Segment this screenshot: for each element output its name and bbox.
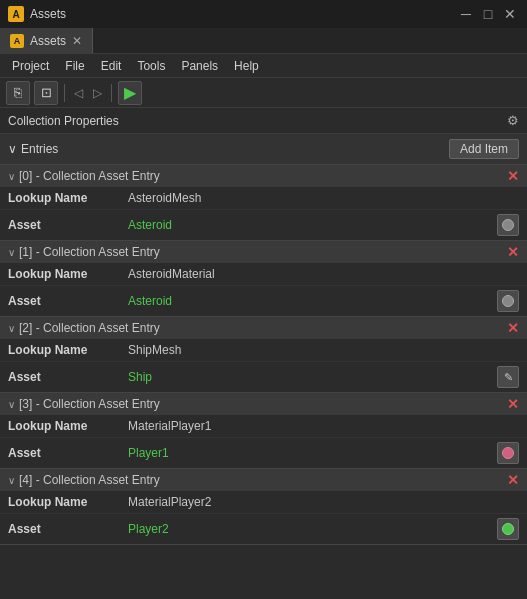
entries-title-group: ∨ Entries xyxy=(8,142,58,156)
asset-label-1: Asset xyxy=(8,294,128,308)
entry-delete-button-2[interactable]: ✕ xyxy=(507,321,519,335)
entry-asset-row-0: Asset Asteroid xyxy=(0,210,527,240)
toolbar-go-button[interactable]: ▶ xyxy=(118,81,142,105)
entry-block-4: ∨ [4] - Collection Asset Entry ✕ Lookup … xyxy=(0,469,527,545)
lookup-label-2: Lookup Name xyxy=(8,343,128,357)
entry-lookup-row-1: Lookup Name AsteroidMaterial xyxy=(0,263,527,286)
entry-lookup-row-0: Lookup Name AsteroidMesh xyxy=(0,187,527,210)
asset-value-1: Asteroid xyxy=(128,294,497,308)
entry-block-1: ∨ [1] - Collection Asset Entry ✕ Lookup … xyxy=(0,241,527,317)
toolbar-separator-2 xyxy=(111,84,112,102)
entries-header: ∨ Entries Add Item xyxy=(0,134,527,165)
menu-tools[interactable]: Tools xyxy=(129,57,173,75)
title-bar-controls: ─ □ ✕ xyxy=(457,5,519,23)
title-bar: A Assets ─ □ ✕ xyxy=(0,0,527,28)
entries-chevron-icon: ∨ xyxy=(8,142,17,156)
entry-delete-button-1[interactable]: ✕ xyxy=(507,245,519,259)
undo-left-arrow: ◁ xyxy=(71,84,86,102)
entry-delete-button-3[interactable]: ✕ xyxy=(507,397,519,411)
entry-chevron-4: ∨ xyxy=(8,475,15,486)
asset-value-2: Ship xyxy=(128,370,497,384)
menu-project[interactable]: Project xyxy=(4,57,57,75)
lookup-label-4: Lookup Name xyxy=(8,495,128,509)
maximize-button[interactable]: □ xyxy=(479,5,497,23)
entry-header-3: ∨ [3] - Collection Asset Entry ✕ xyxy=(0,393,527,415)
entry-block-3: ∨ [3] - Collection Asset Entry ✕ Lookup … xyxy=(0,393,527,469)
entry-chevron-3: ∨ xyxy=(8,399,15,410)
lookup-label-1: Lookup Name xyxy=(8,267,128,281)
entry-index-label-2: [2] - Collection Asset Entry xyxy=(19,321,160,335)
entry-asset-row-2: Asset Ship ✎ xyxy=(0,362,527,392)
tab-close-button[interactable]: ✕ xyxy=(72,34,82,48)
toolbar-copy-button[interactable]: ⎘ xyxy=(6,81,30,105)
menu-panels[interactable]: Panels xyxy=(173,57,226,75)
asset-pick-button-1[interactable] xyxy=(497,290,519,312)
entry-delete-button-4[interactable]: ✕ xyxy=(507,473,519,487)
entry-delete-button-0[interactable]: ✕ xyxy=(507,169,519,183)
entry-header-left-2: ∨ [2] - Collection Asset Entry xyxy=(8,321,160,335)
title-bar-left: A Assets xyxy=(8,6,66,22)
entry-header-left-4: ∨ [4] - Collection Asset Entry xyxy=(8,473,160,487)
entry-header-left-0: ∨ [0] - Collection Asset Entry xyxy=(8,169,160,183)
minimize-button[interactable]: ─ xyxy=(457,5,475,23)
entry-index-label-1: [1] - Collection Asset Entry xyxy=(19,245,160,259)
toolbar-paste-button[interactable]: ⊡ xyxy=(34,81,58,105)
asset-label-3: Asset xyxy=(8,446,128,460)
entries-content: ∨ [0] - Collection Asset Entry ✕ Lookup … xyxy=(0,165,527,598)
lookup-label-0: Lookup Name xyxy=(8,191,128,205)
menu-bar: Project File Edit Tools Panels Help xyxy=(0,54,527,78)
asset-pick-button-3[interactable] xyxy=(497,442,519,464)
entry-index-label-3: [3] - Collection Asset Entry xyxy=(19,397,160,411)
menu-edit[interactable]: Edit xyxy=(93,57,130,75)
entry-header-4: ∨ [4] - Collection Asset Entry ✕ xyxy=(0,469,527,491)
tab-label: Assets xyxy=(30,34,66,48)
menu-file[interactable]: File xyxy=(57,57,92,75)
section-title: Collection Properties xyxy=(8,114,119,128)
lookup-value-4: MaterialPlayer2 xyxy=(128,495,519,509)
tab-assets[interactable]: A Assets ✕ xyxy=(0,28,93,53)
asset-value-3: Player1 xyxy=(128,446,497,460)
entry-chevron-2: ∨ xyxy=(8,323,15,334)
entry-block-0: ∨ [0] - Collection Asset Entry ✕ Lookup … xyxy=(0,165,527,241)
toolbar: ⎘ ⊡ ◁ ▷ ▶ xyxy=(0,78,527,108)
lookup-label-3: Lookup Name xyxy=(8,419,128,433)
lookup-value-2: ShipMesh xyxy=(128,343,519,357)
entry-header-left-3: ∨ [3] - Collection Asset Entry xyxy=(8,397,160,411)
entry-block-2: ∨ [2] - Collection Asset Entry ✕ Lookup … xyxy=(0,317,527,393)
title-bar-title: Assets xyxy=(30,7,66,21)
asset-label-0: Asset xyxy=(8,218,128,232)
entry-header-0: ∨ [0] - Collection Asset Entry ✕ xyxy=(0,165,527,187)
close-button[interactable]: ✕ xyxy=(501,5,519,23)
asset-value-0: Asteroid xyxy=(128,218,497,232)
tab-icon: A xyxy=(10,34,24,48)
entry-lookup-row-3: Lookup Name MaterialPlayer1 xyxy=(0,415,527,438)
asset-pick-button-0[interactable] xyxy=(497,214,519,236)
entry-chevron-1: ∨ xyxy=(8,247,15,258)
asset-value-4: Player2 xyxy=(128,522,497,536)
entry-header-1: ∨ [1] - Collection Asset Entry ✕ xyxy=(0,241,527,263)
asset-pick-button-2[interactable]: ✎ xyxy=(497,366,519,388)
entry-asset-row-1: Asset Asteroid xyxy=(0,286,527,316)
entries-title-label: Entries xyxy=(21,142,58,156)
asset-label-4: Asset xyxy=(8,522,128,536)
lookup-value-0: AsteroidMesh xyxy=(128,191,519,205)
asset-label-2: Asset xyxy=(8,370,128,384)
menu-help[interactable]: Help xyxy=(226,57,267,75)
entry-lookup-row-4: Lookup Name MaterialPlayer2 xyxy=(0,491,527,514)
entry-asset-row-4: Asset Player2 xyxy=(0,514,527,544)
entry-chevron-0: ∨ xyxy=(8,171,15,182)
asset-pick-button-4[interactable] xyxy=(497,518,519,540)
entry-header-2: ∨ [2] - Collection Asset Entry ✕ xyxy=(0,317,527,339)
app-icon: A xyxy=(8,6,24,22)
settings-icon[interactable]: ⚙ xyxy=(507,113,519,128)
entry-index-label-0: [0] - Collection Asset Entry xyxy=(19,169,160,183)
entry-asset-row-3: Asset Player1 xyxy=(0,438,527,468)
add-item-button[interactable]: Add Item xyxy=(449,139,519,159)
entry-lookup-row-2: Lookup Name ShipMesh xyxy=(0,339,527,362)
lookup-value-3: MaterialPlayer1 xyxy=(128,419,519,433)
lookup-value-1: AsteroidMaterial xyxy=(128,267,519,281)
entry-index-label-4: [4] - Collection Asset Entry xyxy=(19,473,160,487)
entry-header-left-1: ∨ [1] - Collection Asset Entry xyxy=(8,245,160,259)
section-header: Collection Properties ⚙ xyxy=(0,108,527,134)
tab-bar: A Assets ✕ xyxy=(0,28,527,54)
